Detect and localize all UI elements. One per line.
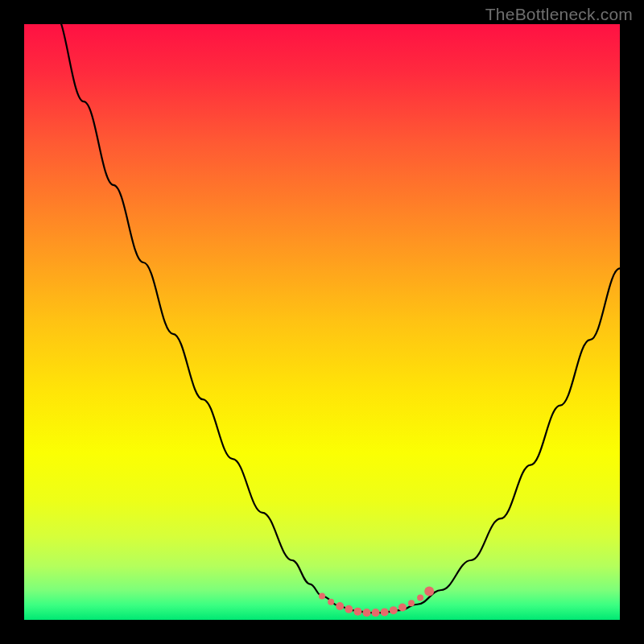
sweet-spot-point xyxy=(381,608,389,616)
watermark-text: TheBottleneck.com xyxy=(485,5,633,24)
sweet-spot-point xyxy=(390,606,398,614)
sweet-spot-point xyxy=(319,592,325,599)
sweet-spot-point xyxy=(336,602,344,610)
chart-stage: TheBottleneck.com xyxy=(0,0,644,644)
sweet-spot-point xyxy=(417,595,423,601)
sweet-spot-point xyxy=(363,609,371,617)
sweet-spot-point xyxy=(372,609,380,617)
sweet-spot-point xyxy=(345,605,353,613)
chart-svg xyxy=(24,24,620,620)
sweet-spot-point xyxy=(408,600,415,606)
gradient-background xyxy=(24,24,620,620)
sweet-spot-point xyxy=(424,586,434,596)
sweet-spot-point xyxy=(398,603,407,611)
sweet-spot-point xyxy=(353,608,361,616)
sweet-spot-point xyxy=(328,599,334,605)
plot-area xyxy=(24,24,620,620)
